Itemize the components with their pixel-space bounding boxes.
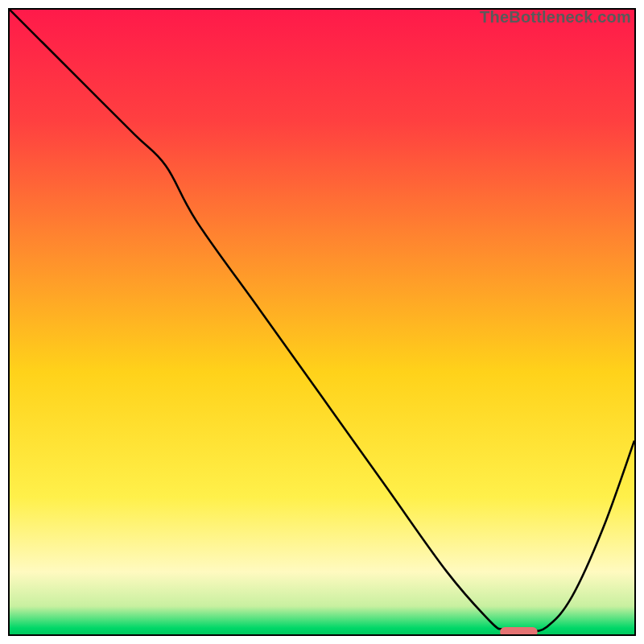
bottleneck-chart xyxy=(10,10,634,634)
optimal-range-marker xyxy=(500,627,538,634)
attribution-watermark: TheBottleneck.com xyxy=(480,8,631,27)
chart-frame: TheBottleneck.com xyxy=(8,8,636,636)
